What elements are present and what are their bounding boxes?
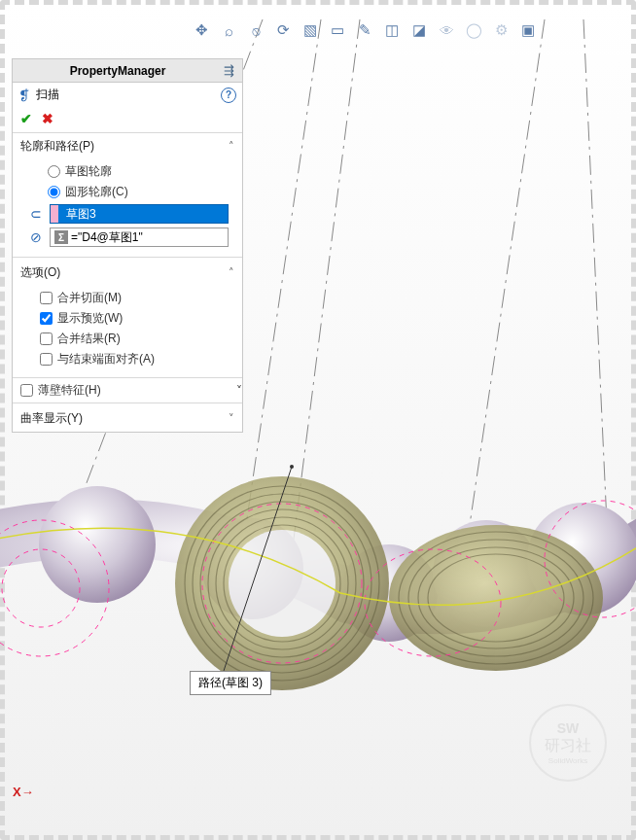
- monitor-icon[interactable]: ▣: [516, 19, 540, 41]
- chevron-up-icon: ˄: [229, 266, 234, 279]
- check-align-end[interactable]: 与结束端面对齐(A): [20, 349, 234, 369]
- heads-up-toolbar: ✥ ⌕ ⍉ ⟳ ▧ ▭ ✎ ◫ ◪ 👁 ◯ ⚙ ▣: [190, 18, 578, 43]
- radio-sketch-profile[interactable]: 草图轮廓: [20, 161, 234, 182]
- path-selection-row: ⊂ 草图3: [20, 202, 234, 226]
- feature-row: ❡ 扫描 ?: [13, 83, 242, 107]
- check-show-preview[interactable]: 显示预览(W): [20, 308, 234, 329]
- svg-point-11: [229, 530, 336, 637]
- confirm-row: ✔ ✖: [13, 107, 242, 133]
- selection-tooltip: 路径(草图 3): [190, 671, 271, 695]
- sweep-icon: ❡: [18, 88, 30, 103]
- paint-icon[interactable]: ✎: [353, 19, 376, 41]
- diameter-row: ⊘ Σ ="D4@草图1": [20, 226, 234, 249]
- svg-line-1: [292, 19, 360, 554]
- zoom-fit-icon[interactable]: ⌕: [217, 19, 240, 41]
- chevron-up-icon: ˄: [229, 140, 234, 153]
- svg-point-5: [39, 486, 156, 603]
- svg-line-0: [243, 19, 321, 544]
- box-icon[interactable]: ◫: [380, 19, 404, 41]
- check-merge-result[interactable]: 合并结果(R): [20, 329, 234, 349]
- property-manager-panel: PropertyManager ⇶ ❡ 扫描 ? ✔ ✖ 轮廓和路径(P) ˄ …: [12, 58, 243, 433]
- panel-header: PropertyManager ⇶: [13, 59, 242, 83]
- svg-line-3: [583, 19, 608, 544]
- move-icon[interactable]: ✥: [190, 19, 213, 41]
- section-thin-feature[interactable]: 薄壁特征(H) ˅: [13, 380, 242, 401]
- sigma-icon: Σ: [54, 230, 68, 244]
- eye-icon[interactable]: 👁: [435, 19, 458, 41]
- svg-line-2: [467, 19, 545, 544]
- pin-icon[interactable]: ⇶: [219, 62, 238, 80]
- cancel-button[interactable]: ✖: [42, 111, 53, 126]
- chevron-down-icon: ˅: [236, 384, 242, 398]
- feature-name: 扫描: [36, 87, 59, 103]
- rotate-view-icon[interactable]: ⟳: [271, 19, 295, 41]
- chevron-down-icon: ˅: [229, 412, 234, 425]
- section-icon[interactable]: ▧: [299, 19, 322, 41]
- section-profile-path[interactable]: 轮廓和路径(P) ˄: [13, 133, 242, 159]
- box2-icon[interactable]: ◪: [407, 19, 431, 41]
- check-merge-tangent[interactable]: 合并切面(M): [20, 288, 234, 308]
- path-selection-input[interactable]: 草图3: [50, 204, 229, 224]
- radio-circle-profile[interactable]: 圆形轮廓(C): [20, 182, 234, 202]
- diameter-icon: ⊘: [26, 228, 46, 246]
- ok-button[interactable]: ✔: [20, 111, 32, 126]
- section-options[interactable]: 选项(O) ˄: [13, 260, 242, 286]
- axis-x-label: X→: [13, 785, 34, 799]
- diameter-input[interactable]: Σ ="D4@草图1": [50, 228, 229, 247]
- zoom-area-icon[interactable]: ⍉: [244, 19, 267, 41]
- panel-title: PropertyManager: [17, 64, 219, 78]
- display-mode-icon[interactable]: ▭: [326, 19, 349, 41]
- globe-icon[interactable]: ◯: [462, 19, 485, 41]
- section-curvature[interactable]: 曲率显示(Y) ˅: [13, 405, 242, 432]
- path-icon: ⊂: [26, 205, 46, 223]
- help-icon[interactable]: ?: [221, 88, 236, 103]
- settings-icon[interactable]: ⚙: [489, 19, 512, 41]
- svg-point-29: [290, 465, 294, 469]
